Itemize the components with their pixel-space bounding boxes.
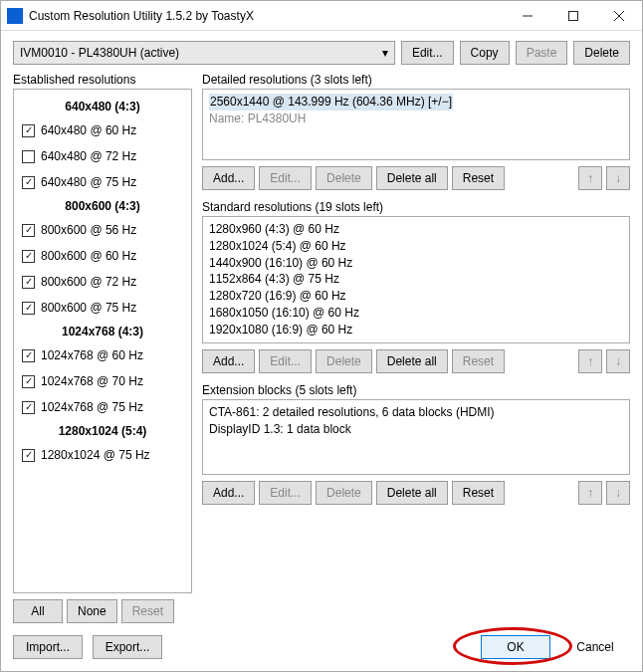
detailed-reset-button[interactable]: Reset [452, 166, 505, 190]
ext-deleteall-button[interactable]: Delete all [376, 481, 448, 505]
established-label: Established resolutions [13, 73, 192, 87]
standard-line: 1920x1080 (16:9) @ 60 Hz [209, 322, 623, 338]
detailed-deleteall-button[interactable]: Delete all [376, 166, 448, 190]
detailed-section: Detailed resolutions (3 slots left) 2560… [202, 73, 630, 190]
detailed-list[interactable]: 2560x1440 @ 143.999 Hz (604.36 MHz) [+/−… [202, 89, 630, 160]
arrow-up-icon: ↑ [587, 171, 593, 185]
res-item-label: 640x480 @ 72 Hz [41, 149, 136, 163]
res-item[interactable]: ✓800x600 @ 60 Hz [16, 243, 189, 269]
standard-line: 1280x960 (4:3) @ 60 Hz [209, 221, 623, 238]
checkbox-icon[interactable]: ✓ [22, 375, 35, 388]
copy-button[interactable]: Copy [460, 41, 510, 65]
all-button[interactable]: All [13, 599, 63, 623]
res-item-label: 800x600 @ 60 Hz [41, 249, 136, 263]
checkbox-icon[interactable]: ✓ [22, 276, 35, 289]
move-down-button[interactable]: ↓ [606, 481, 630, 505]
ext-section: Extension blocks (5 slots left) CTA-861:… [202, 383, 630, 505]
chevron-down-icon: ▾ [382, 46, 388, 60]
arrow-up-icon: ↑ [587, 486, 593, 500]
res-item[interactable]: ✓800x600 @ 72 Hz [16, 269, 189, 295]
detailed-delete-button[interactable]: Delete [316, 166, 372, 190]
res-group-header: 800x600 (4:3) [16, 195, 189, 217]
content-area: IVM0010 - PL4380UH (active) ▾ Edit... Co… [1, 31, 642, 671]
ext-reset-button[interactable]: Reset [452, 481, 505, 505]
standard-line: 1280x720 (16:9) @ 60 Hz [209, 288, 623, 305]
res-item[interactable]: ✓800x600 @ 75 Hz [16, 295, 189, 321]
move-down-button[interactable]: ↓ [606, 349, 630, 373]
move-up-button[interactable]: ↑ [578, 166, 602, 190]
res-item[interactable]: ✓1024x768 @ 70 Hz [16, 368, 189, 394]
checkbox-icon[interactable] [22, 150, 35, 163]
reset-button[interactable]: Reset [121, 599, 174, 623]
maximize-button[interactable] [550, 1, 596, 30]
checkbox-icon[interactable]: ✓ [22, 224, 35, 237]
detailed-add-button[interactable]: Add... [202, 166, 255, 190]
res-item[interactable]: ✓1024x768 @ 75 Hz [16, 394, 189, 420]
res-item[interactable]: ✓640x480 @ 60 Hz [16, 117, 189, 143]
standard-line: 1680x1050 (16:10) @ 60 Hz [209, 305, 623, 322]
standard-deleteall-button[interactable]: Delete all [376, 349, 448, 373]
res-item[interactable]: ✓1024x768 @ 60 Hz [16, 342, 189, 368]
ext-line: CTA-861: 2 detailed resolutions, 6 data … [209, 404, 623, 421]
move-up-button[interactable]: ↑ [578, 349, 602, 373]
standard-delete-button[interactable]: Delete [316, 349, 372, 373]
standard-line: 1440x900 (16:10) @ 60 Hz [209, 255, 623, 272]
standard-line: 1280x1024 (5:4) @ 60 Hz [209, 238, 623, 255]
standard-add-button[interactable]: Add... [202, 349, 255, 373]
ext-label: Extension blocks (5 slots left) [202, 383, 630, 397]
checkbox-icon[interactable]: ✓ [22, 302, 35, 315]
detailed-name: Name: PL4380UH [209, 111, 623, 127]
standard-list[interactable]: 1280x960 (4:3) @ 60 Hz 1280x1024 (5:4) @… [202, 216, 630, 343]
res-item-label: 1024x768 @ 60 Hz [41, 348, 143, 362]
export-button[interactable]: Export... [93, 635, 162, 659]
checkbox-icon[interactable]: ✓ [22, 176, 35, 189]
bottom-row: Import... Export... OK Cancel [13, 631, 630, 659]
import-button[interactable]: Import... [13, 635, 83, 659]
arrow-down-icon: ↓ [615, 354, 621, 368]
close-icon [614, 11, 624, 21]
minimize-button[interactable] [505, 1, 550, 30]
ext-delete-button[interactable]: Delete [316, 481, 372, 505]
ext-add-button[interactable]: Add... [202, 481, 255, 505]
close-button[interactable] [596, 1, 642, 30]
res-item[interactable]: ✓800x600 @ 56 Hz [16, 217, 189, 243]
maximize-icon [568, 11, 578, 21]
detailed-label: Detailed resolutions (3 slots left) [202, 73, 630, 87]
checkbox-icon[interactable]: ✓ [22, 449, 35, 462]
window-title: Custom Resolution Utility 1.5.2 by Toast… [29, 9, 505, 23]
move-down-button[interactable]: ↓ [606, 166, 630, 190]
titlebar: Custom Resolution Utility 1.5.2 by Toast… [1, 1, 642, 31]
svg-rect-1 [569, 11, 578, 20]
standard-section: Standard resolutions (19 slots left) 128… [202, 200, 630, 373]
delete-button[interactable]: Delete [573, 41, 630, 65]
detailed-edit-button[interactable]: Edit... [259, 166, 312, 190]
res-item-label: 640x480 @ 75 Hz [41, 175, 136, 189]
res-item[interactable]: ✓640x480 @ 75 Hz [16, 169, 189, 195]
res-item-label: 1024x768 @ 75 Hz [41, 400, 143, 414]
standard-edit-button[interactable]: Edit... [259, 349, 312, 373]
ext-edit-button[interactable]: Edit... [259, 481, 312, 505]
ok-button[interactable]: OK [481, 635, 550, 659]
main-columns: Established resolutions 640x480 (4:3) ✓6… [13, 73, 630, 623]
standard-reset-button[interactable]: Reset [452, 349, 505, 373]
standard-label: Standard resolutions (19 slots left) [202, 200, 630, 214]
established-btnrow: All None Reset [13, 599, 192, 623]
monitor-select[interactable]: IVM0010 - PL4380UH (active) ▾ [13, 41, 395, 65]
cancel-button[interactable]: Cancel [560, 635, 630, 659]
res-item[interactable]: ✓1280x1024 @ 75 Hz [16, 442, 189, 468]
checkbox-icon[interactable]: ✓ [22, 349, 35, 362]
res-item-label: 1024x768 @ 70 Hz [41, 374, 143, 388]
checkbox-icon[interactable]: ✓ [22, 401, 35, 414]
app-icon [7, 8, 23, 24]
ext-list[interactable]: CTA-861: 2 detailed resolutions, 6 data … [202, 399, 630, 475]
checkbox-icon[interactable]: ✓ [22, 250, 35, 263]
minimize-icon [523, 11, 533, 21]
paste-button[interactable]: Paste [516, 41, 568, 65]
none-button[interactable]: None [67, 599, 117, 623]
res-item[interactable]: 640x480 @ 72 Hz [16, 143, 189, 169]
move-up-button[interactable]: ↑ [578, 481, 602, 505]
established-list: 640x480 (4:3) ✓640x480 @ 60 Hz 640x480 @… [13, 89, 192, 593]
checkbox-icon[interactable]: ✓ [22, 124, 35, 137]
edit-button[interactable]: Edit... [401, 41, 454, 65]
arrow-up-icon: ↑ [587, 354, 593, 368]
